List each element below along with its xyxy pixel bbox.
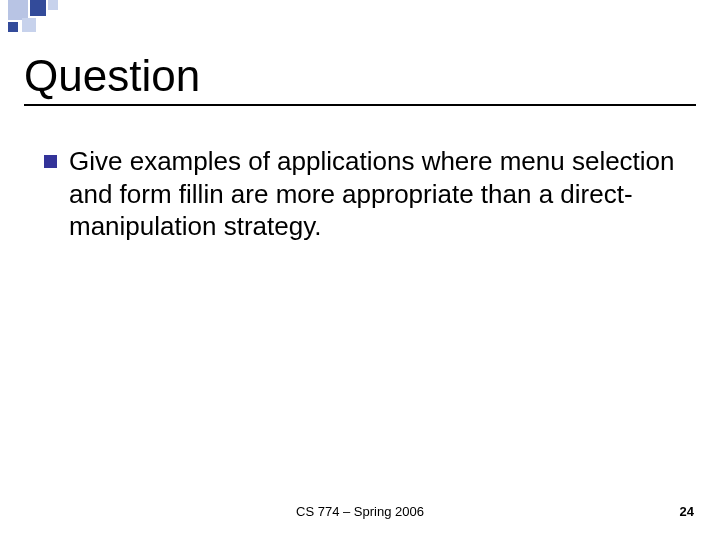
footer-course: CS 774 – Spring 2006 — [0, 504, 720, 519]
decor-square — [48, 0, 58, 10]
decor-square — [22, 18, 36, 32]
title-block: Question — [24, 52, 696, 106]
decor-square — [8, 22, 18, 32]
footer: CS 774 – Spring 2006 24 — [0, 504, 720, 524]
list-item: Give examples of applications where menu… — [44, 145, 684, 243]
slide-title: Question — [24, 52, 696, 100]
body-content: Give examples of applications where menu… — [44, 145, 684, 243]
square-bullet-icon — [44, 155, 57, 168]
decor-square — [30, 0, 46, 16]
page-number: 24 — [680, 504, 694, 519]
bullet-text: Give examples of applications where menu… — [69, 145, 684, 243]
corner-decoration — [0, 0, 720, 30]
decor-square — [8, 0, 28, 20]
title-underline — [24, 104, 696, 106]
